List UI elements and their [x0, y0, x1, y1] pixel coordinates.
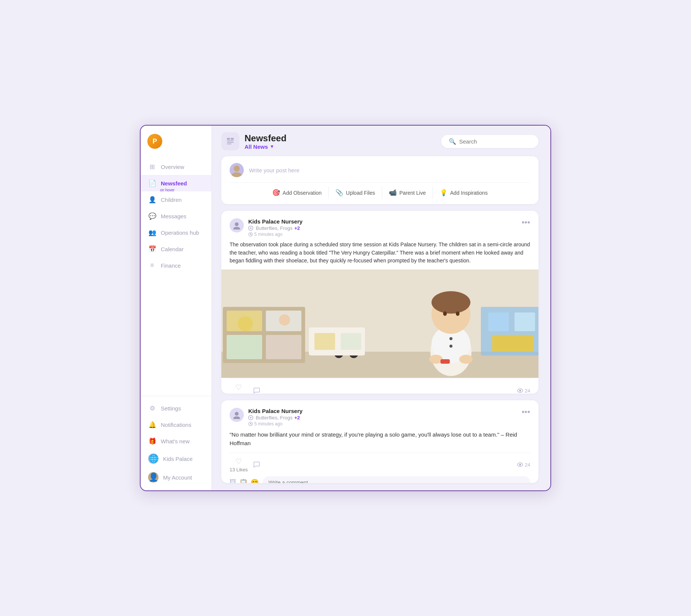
- nursery-avatar-2: [230, 408, 244, 422]
- comment-row-2: 🖼 📋 😊: [230, 472, 530, 483]
- sidebar-item-kids-palace[interactable]: 🌐 Kids Palace: [141, 449, 211, 468]
- comment-doc-icon-2[interactable]: 📋: [239, 478, 248, 483]
- search-bar[interactable]: 🔍: [441, 135, 538, 148]
- comment-image-icon-2[interactable]: 🖼: [230, 478, 236, 483]
- svg-rect-25: [314, 333, 335, 350]
- footer-left-1: ♡ 13 Likes: [230, 383, 260, 394]
- sidebar-item-newsfeed[interactable]: 📄 Newsfeed on hover: [141, 175, 211, 191]
- svg-rect-2: [227, 141, 234, 141]
- parent-live-button[interactable]: 📹 Parent Live: [382, 187, 433, 199]
- svg-rect-26: [341, 333, 361, 350]
- sidebar-label-messages: Messages: [161, 213, 186, 219]
- sidebar-label-notifications: Notifications: [161, 422, 191, 428]
- sidebar-item-overview[interactable]: ⊞ Overview: [141, 158, 211, 175]
- inspirations-icon: 💡: [440, 189, 448, 197]
- svg-point-32: [456, 311, 460, 316]
- sidebar-item-notifications[interactable]: 🔔 Notifications: [141, 416, 211, 433]
- comment-media-actions-2: 🖼 📋 😊: [230, 478, 259, 483]
- card-meta-2: Kids Palace Nursery Butterflies, Frogs +…: [248, 408, 302, 426]
- like-button-2[interactable]: ♡: [235, 457, 242, 466]
- header: Newsfeed All News ▼ 🔍: [212, 126, 550, 154]
- post-more-button-1[interactable]: •••: [522, 218, 530, 227]
- card-tags-1: Butterflies, Frogs +2: [248, 225, 302, 231]
- sidebar-label-children: Children: [161, 197, 182, 203]
- post-input-placeholder[interactable]: Write your post here: [249, 167, 300, 173]
- sidebar-label-my-account: My Account: [163, 474, 192, 481]
- upload-files-button[interactable]: 📎 Upload Files: [329, 187, 382, 199]
- comment-button-2[interactable]: [253, 461, 260, 468]
- views-count-2: 24: [517, 462, 530, 468]
- page-title: Newsfeed: [245, 133, 286, 144]
- add-inspirations-button[interactable]: 💡 Add Inspirations: [433, 187, 494, 199]
- comment-emoji-icon-2[interactable]: 😊: [251, 478, 259, 483]
- sidebar-item-calendar[interactable]: 📅 Calendar: [141, 241, 211, 257]
- sidebar-item-settings[interactable]: ⚙ Settings: [141, 400, 211, 416]
- post-tags-1: Butterflies, Frogs: [256, 225, 292, 231]
- svg-point-5: [234, 166, 240, 172]
- sidebar-item-messages[interactable]: 💬 Messages: [141, 208, 211, 224]
- user-avatar: [230, 163, 244, 177]
- card-time-1: 5 minutes ago: [248, 232, 302, 237]
- post-tags-2: Butterflies, Frogs: [256, 415, 292, 421]
- upload-icon: 📎: [335, 189, 343, 197]
- svg-point-33: [449, 337, 452, 340]
- sidebar-item-whats-new[interactable]: 🎁 What's new: [141, 433, 211, 449]
- app-container: P ⊞ Overview 📄 Newsfeed on hover 👤 Child…: [140, 125, 551, 491]
- svg-point-19: [279, 314, 290, 326]
- comment-button-1[interactable]: [253, 387, 260, 394]
- dropdown-arrow-icon: ▼: [270, 144, 274, 149]
- newsfeed-icon: 📄: [148, 179, 156, 187]
- post-more-button-2[interactable]: •••: [522, 408, 530, 416]
- card-header-left-2: Kids Palace Nursery Butterflies, Frogs +…: [230, 408, 302, 426]
- card-time-2: 5 minutes ago: [248, 421, 302, 426]
- feed-card-1: Kids Palace Nursery Butterflies, Frogs +…: [221, 211, 538, 394]
- svg-point-45: [233, 416, 240, 419]
- svg-point-31: [443, 311, 447, 316]
- card-tags-2: Butterflies, Frogs +2: [248, 415, 302, 421]
- post-author-2: Kids Palace Nursery: [248, 408, 302, 414]
- like-button-1[interactable]: ♡: [235, 383, 242, 392]
- svg-point-43: [519, 390, 521, 392]
- observation-icon: 🎯: [272, 189, 280, 197]
- search-input[interactable]: [459, 138, 531, 145]
- footer-left-2: ♡ 13 Likes: [230, 457, 260, 472]
- children-icon: 👤: [148, 195, 156, 204]
- all-news-label: All News: [245, 144, 268, 150]
- sidebar-item-my-account[interactable]: 👤 My Account: [141, 468, 211, 487]
- svg-point-8: [233, 227, 240, 230]
- header-left: Newsfeed All News ▼: [221, 132, 286, 150]
- my-account-avatar: 👤: [148, 472, 159, 483]
- app-logo[interactable]: P: [147, 134, 162, 149]
- all-news-filter[interactable]: All News ▼: [245, 144, 286, 150]
- sidebar-label-operations: Operations hub: [161, 230, 199, 236]
- add-observation-button[interactable]: 🎯 Add Observation: [265, 187, 329, 199]
- like-section-2: ♡ 13 Likes: [230, 457, 248, 472]
- header-title-group: Newsfeed All News ▼: [245, 133, 286, 150]
- post-actions-row: 🎯 Add Observation 📎 Upload Files 📹 Paren…: [230, 182, 530, 199]
- nursery-avatar-1: [230, 218, 244, 232]
- post-image-1: [221, 270, 538, 378]
- search-icon: 🔍: [449, 138, 456, 145]
- main-content: Newsfeed All News ▼ 🔍: [212, 126, 550, 490]
- post-text-2: "No matter how brilliant your mind or st…: [230, 430, 530, 448]
- card-footer-2: ♡ 13 Likes 24: [230, 453, 530, 472]
- sidebar-item-children[interactable]: 👤 Children: [141, 191, 211, 208]
- messages-icon: 💬: [148, 212, 156, 220]
- sidebar-item-operations[interactable]: 👥 Operations hub: [141, 224, 211, 241]
- inspirations-label: Add Inspirations: [450, 190, 488, 196]
- post-input-row: Write your post here: [230, 163, 530, 177]
- likes-count-2: 13 Likes: [230, 467, 248, 472]
- post-text-1: The observation took place during a sche…: [230, 241, 530, 265]
- news-feed: Write your post here 🎯 Add Observation 📎…: [212, 154, 550, 490]
- views-count-1: 24: [517, 388, 530, 394]
- svg-point-30: [432, 291, 470, 314]
- sidebar-item-finance[interactable]: ≡ Finance: [141, 257, 211, 274]
- svg-rect-3: [227, 142, 234, 143]
- post-extra-tags-1: +2: [294, 225, 300, 231]
- post-extra-tags-2: +2: [294, 415, 300, 421]
- svg-point-49: [519, 464, 521, 466]
- svg-point-44: [235, 412, 239, 416]
- comment-input-2[interactable]: [262, 476, 530, 483]
- svg-rect-37: [440, 359, 450, 364]
- operations-icon: 👥: [148, 228, 156, 237]
